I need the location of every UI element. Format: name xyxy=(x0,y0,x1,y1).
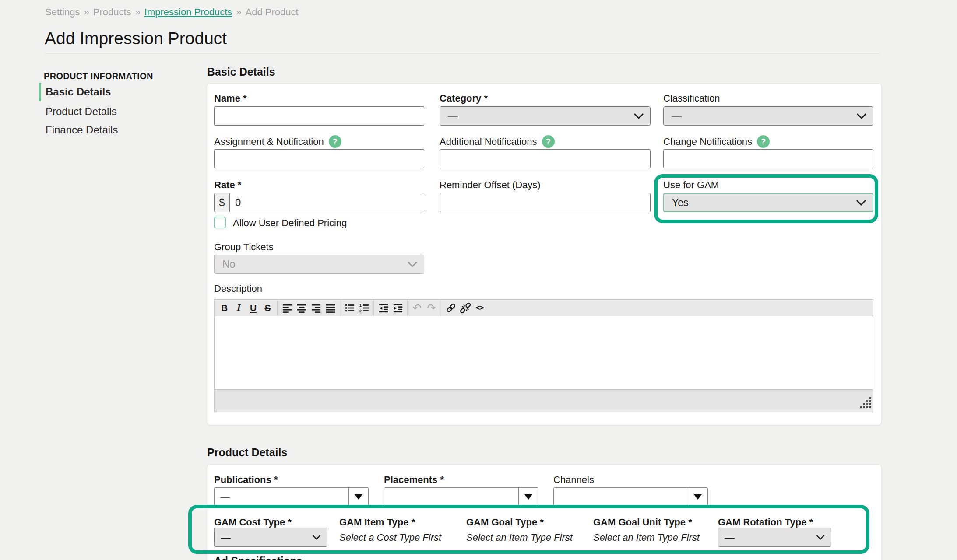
list-numbered-icon[interactable]: 12 xyxy=(357,301,371,315)
placements-label: Placements * xyxy=(384,474,444,486)
svg-text:2: 2 xyxy=(359,309,361,313)
category-select[interactable]: — xyxy=(440,106,651,126)
help-icon[interactable]: ? xyxy=(757,135,770,148)
gam-rotation-type-label: GAM Rotation Type * xyxy=(718,517,813,528)
gam-cost-type-select-value: — xyxy=(221,532,231,543)
sidebar-item-finance-details[interactable]: Finance Details xyxy=(39,121,118,139)
description-editor: BIUS12↶↷<> xyxy=(214,299,873,412)
use-for-gam-label: Use for GAM xyxy=(663,179,719,191)
undo-icon[interactable]: ↶ xyxy=(410,301,424,315)
sidebar-item-basic-details[interactable]: Basic Details xyxy=(39,83,111,101)
triangle-down-icon xyxy=(694,494,702,500)
publications-label: Publications * xyxy=(214,474,278,486)
sidebar-item-label: Product Details xyxy=(46,105,117,118)
indent-icon[interactable] xyxy=(391,301,405,315)
strikethrough-icon[interactable]: S xyxy=(260,301,275,315)
breadcrumb-products: Products xyxy=(93,7,131,18)
triangle-down-icon xyxy=(524,494,532,500)
channels-dropdown-button[interactable] xyxy=(688,488,707,506)
chevron-down-icon xyxy=(312,535,321,540)
gam-cost-type-select[interactable]: — xyxy=(214,528,327,547)
name-label: Name * xyxy=(214,93,247,104)
breadcrumb-separator: » xyxy=(84,7,89,18)
help-icon[interactable]: ? xyxy=(542,135,555,148)
align-center-icon[interactable] xyxy=(294,301,309,315)
ad-specifications-label: Ad Specifications xyxy=(214,555,302,560)
chevron-down-icon xyxy=(816,535,825,540)
breadcrumb-separator: » xyxy=(236,7,241,18)
placements-dropdown-button[interactable] xyxy=(518,488,538,506)
use-for-gam-select-value: Yes xyxy=(672,197,689,209)
gam-rotation-type-select[interactable]: — xyxy=(718,528,831,547)
gam-goal-unit-type-placeholder: Select an Item Type First xyxy=(593,532,700,543)
svg-text:1: 1 xyxy=(359,303,361,308)
description-editor-content[interactable] xyxy=(215,316,873,389)
change-notifications-label: Change Notifications xyxy=(663,136,752,147)
resize-grip-icon[interactable] xyxy=(860,397,872,410)
bold-icon[interactable]: B xyxy=(217,301,232,315)
category-select-value: — xyxy=(448,110,458,122)
use-for-gam-select[interactable]: Yes xyxy=(663,193,873,212)
placements-input[interactable] xyxy=(384,488,518,506)
breadcrumb: Settings » Products » Impression Product… xyxy=(45,7,299,18)
align-left-icon[interactable] xyxy=(280,301,294,315)
reminder-offset-input[interactable] xyxy=(440,193,651,212)
sidebar-item-product-details[interactable]: Product Details xyxy=(39,102,117,121)
rate-label: Rate * xyxy=(214,179,241,191)
sidebar-item-label: Finance Details xyxy=(46,124,118,136)
change-notifications-input[interactable] xyxy=(663,149,873,168)
editor-toolbar: BIUS12↶↷<> xyxy=(215,300,873,316)
breadcrumb-settings: Settings xyxy=(45,7,80,18)
channels-label: Channels xyxy=(553,474,594,486)
add-impression-product-page: Settings » Products » Impression Product… xyxy=(0,0,957,560)
sidebar-item-label: Basic Details xyxy=(46,86,111,98)
publications-input[interactable] xyxy=(215,488,348,506)
classification-select-value: — xyxy=(672,110,682,122)
classification-select[interactable]: — xyxy=(663,106,873,126)
redo-icon[interactable]: ↷ xyxy=(424,301,439,315)
toolbar-separator xyxy=(277,300,278,316)
chevron-down-icon xyxy=(407,261,418,268)
placements-combobox xyxy=(384,487,538,507)
page-title: Add Impression Product xyxy=(45,29,227,48)
source-code-icon[interactable]: <> xyxy=(472,301,487,315)
outdent-icon[interactable] xyxy=(376,301,391,315)
group-tickets-label: Group Tickets xyxy=(214,242,274,253)
toolbar-separator xyxy=(407,300,408,316)
list-bullet-icon[interactable] xyxy=(342,301,357,315)
align-right-icon[interactable] xyxy=(309,301,323,315)
assignment-notification-label: Assignment & Notification xyxy=(214,136,324,147)
italic-icon[interactable]: I xyxy=(232,301,246,315)
rate-input-group: $ xyxy=(214,193,424,212)
toolbar-separator xyxy=(441,300,441,316)
toolbar-separator xyxy=(373,300,374,316)
chevron-down-icon xyxy=(856,113,867,119)
gam-goal-type-label: GAM Goal Type * xyxy=(466,517,544,528)
unlink-icon[interactable] xyxy=(458,301,472,315)
underline-icon[interactable]: U xyxy=(246,301,260,315)
assignment-notification-input[interactable] xyxy=(214,149,424,168)
additional-notifications-input[interactable] xyxy=(440,149,651,168)
name-input[interactable] xyxy=(214,106,424,126)
gam-goal-type-placeholder: Select an Item Type First xyxy=(466,532,573,543)
gam-cost-type-label: GAM Cost Type * xyxy=(214,517,292,528)
category-label: Category * xyxy=(440,93,488,104)
chevron-down-icon xyxy=(856,200,866,206)
basic-details-section-title: Basic Details xyxy=(207,66,275,78)
link-icon[interactable] xyxy=(443,301,458,315)
rate-input[interactable] xyxy=(230,193,424,212)
group-tickets-select: No xyxy=(214,255,424,274)
breadcrumb-impression-products-link[interactable]: Impression Products xyxy=(144,7,232,18)
help-icon[interactable]: ? xyxy=(329,135,341,148)
sidebar-header: PRODUCT INFORMATION xyxy=(44,71,153,81)
chevron-down-icon xyxy=(633,113,644,119)
publications-dropdown-button[interactable] xyxy=(348,488,368,506)
group-tickets-select-value: No xyxy=(222,259,235,270)
align-justify-icon[interactable] xyxy=(323,301,338,315)
gam-item-type-placeholder: Select a Cost Type First xyxy=(339,532,441,543)
channels-input[interactable] xyxy=(554,488,688,506)
description-label: Description xyxy=(214,283,262,294)
toolbar-separator xyxy=(340,300,340,316)
gam-goal-unit-type-label: GAM Goal Unit Type * xyxy=(593,517,692,528)
allow-user-defined-pricing-checkbox[interactable] xyxy=(214,217,226,228)
